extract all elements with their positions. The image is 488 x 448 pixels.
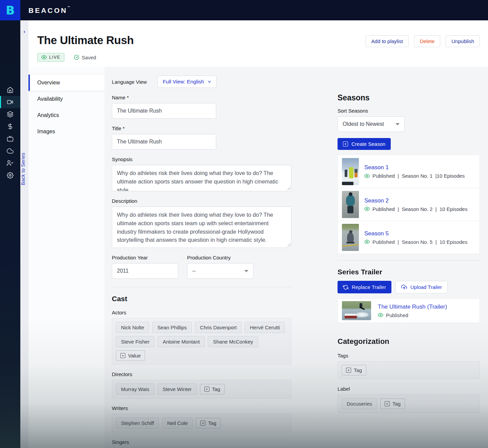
check-circle-icon	[74, 55, 79, 60]
eye-icon	[378, 312, 383, 318]
writers-tag-box: Stephen SchiffNeil Cole Tag	[112, 414, 291, 432]
production-country-label: Production Country	[187, 255, 253, 260]
sidebar-user-admin-icon[interactable]	[0, 157, 20, 169]
actor-tag-chip[interactable]: Antoine Montant	[158, 336, 205, 347]
singers-label: Singers	[112, 439, 291, 445]
content-area: Language View Full View: English Name * …	[104, 67, 488, 448]
trailer-link[interactable]: The Ultimate Rush (Trailer)	[378, 304, 447, 310]
create-season-label: Create Season	[351, 141, 385, 147]
add-writer-chip[interactable]: Tag	[196, 418, 221, 428]
synopsis-textarea[interactable]: Why do athletes risk their lives doing w…	[112, 165, 291, 191]
saved-label: Saved	[82, 55, 96, 60]
add-actor-chip[interactable]: Value	[116, 350, 145, 361]
live-label: LIVE	[49, 55, 60, 60]
writer-tag-chip[interactable]: Neil Cole	[162, 417, 193, 429]
tab-overview[interactable]: Overview	[28, 75, 104, 91]
title-input[interactable]	[112, 134, 216, 150]
add-chip-label: Tag	[392, 401, 401, 407]
season-meta-text: Published | Season No. 2 | 10 Episodes	[372, 206, 467, 212]
name-input[interactable]	[112, 103, 216, 119]
actor-tag-chip[interactable]: Sean Phillips	[152, 322, 192, 333]
replace-trailer-label: Replace Trailer	[352, 284, 386, 290]
back-to-series-link[interactable]: Back to Series	[20, 153, 28, 185]
delete-button[interactable]: Delete	[414, 35, 440, 47]
actor-tag-chip[interactable]: Hervé Cerutti	[245, 322, 285, 333]
eye-icon	[364, 239, 370, 245]
title-label: Title *	[112, 125, 291, 131]
collapse-chevron-icon[interactable]: ‹	[20, 28, 28, 34]
icon-sidebar	[0, 20, 20, 448]
select-arrow-icon	[244, 270, 248, 272]
season-2-link[interactable]: Season 2	[364, 197, 389, 204]
sort-seasons-select[interactable]: Oldest to Newest	[338, 116, 405, 132]
description-textarea[interactable]: Why do athletes risk their lives doing w…	[112, 207, 291, 248]
create-season-button[interactable]: Create Season	[338, 138, 391, 150]
language-view-dropdown[interactable]: Full View: English	[158, 76, 217, 88]
tab-label: Availability	[37, 96, 63, 102]
actor-tag-chip[interactable]: Nick Nolte	[116, 322, 149, 333]
season-1-link[interactable]: Season 1	[364, 164, 389, 171]
writer-tag-chip[interactable]: Stephen Schiff	[116, 417, 159, 429]
categorization-heading: Categorization	[338, 337, 480, 346]
body-wrap: Overview Availability Analytics Images L…	[28, 67, 488, 448]
actors-label: Actors	[112, 310, 291, 315]
chevron-down-icon	[207, 80, 211, 84]
plus-square-icon	[385, 401, 390, 406]
actor-tag-chip[interactable]: Steve Fisher	[116, 336, 155, 347]
sidebar-video-icon[interactable]	[0, 96, 20, 108]
sidebar-settings-icon[interactable]	[0, 169, 20, 181]
synopsis-label: Synopsis	[112, 156, 291, 162]
upload-trailer-button[interactable]: Upload Trailer	[395, 281, 448, 293]
season-card: Season 1 Published | Season No. 1 |10 Ep…	[338, 155, 480, 188]
description-label: Description	[112, 198, 291, 204]
page-header: The Ultimate Rush LIVE Saved Add to play…	[28, 20, 488, 67]
select-arrow-icon	[395, 123, 400, 125]
overview-form: Language View Full View: English Name * …	[112, 67, 291, 448]
trailer-meta-text: Published	[386, 312, 408, 318]
sidebar-home-icon[interactable]	[0, 84, 20, 96]
eye-icon	[364, 173, 370, 179]
unpublish-button[interactable]: Unpublish	[446, 35, 480, 47]
page-title: The Ultimate Rush	[37, 34, 134, 47]
cast-heading: Cast	[112, 295, 291, 303]
add-tag-chip[interactable]: Tag	[342, 365, 366, 375]
label-tag-chip[interactable]: Docuseries	[342, 398, 377, 409]
director-tag-chip[interactable]: Murray Wais	[116, 384, 155, 395]
actor-tag-chip[interactable]: Shane McConkey	[208, 336, 258, 347]
main-area: The Ultimate Rush LIVE Saved Add to play…	[28, 20, 488, 448]
add-chip-label: Tag	[212, 386, 220, 392]
trailer-thumbnail	[342, 301, 371, 320]
sidebar-layers-icon[interactable]	[0, 108, 20, 120]
add-to-playlist-button[interactable]: Add to playlist	[366, 35, 409, 47]
writers-label: Writers	[112, 405, 291, 411]
upload-cloud-icon	[401, 284, 407, 290]
eye-icon	[41, 55, 47, 60]
tab-analytics[interactable]: Analytics	[28, 107, 104, 123]
add-label-chip[interactable]: Tag	[380, 398, 405, 409]
actor-tag-chip[interactable]: Chris Davenport	[195, 322, 242, 333]
series-trailer-heading: Series Trailer	[338, 268, 480, 276]
director-tag-chip[interactable]: Steve Winter	[158, 384, 197, 395]
plus-square-icon	[343, 141, 348, 147]
add-director-chip[interactable]: Tag	[200, 384, 225, 394]
season-1-thumbnail	[342, 158, 359, 185]
production-year-input[interactable]	[112, 263, 178, 279]
season-5-thumbnail	[342, 224, 359, 251]
replace-trailer-button[interactable]: Replace Trailer	[338, 281, 391, 293]
sidebar-cloud-icon[interactable]	[0, 145, 20, 157]
tab-label: Analytics	[37, 112, 59, 118]
top-navbar: B BEACON™	[0, 0, 488, 20]
language-view-value: Full View: English	[163, 79, 204, 85]
season-5-link[interactable]: Season 5	[364, 230, 389, 237]
beacon-logo[interactable]: B	[0, 0, 20, 20]
language-view-label: Language View	[112, 79, 147, 85]
trailer-meta: Published	[378, 312, 447, 318]
sidebar-tv-icon[interactable]	[0, 133, 20, 145]
section-divider	[112, 287, 291, 287]
sidebar-dollar-icon[interactable]	[0, 120, 20, 133]
production-country-select[interactable]: --	[187, 263, 253, 279]
tab-images[interactable]: Images	[28, 123, 104, 140]
plus-square-icon	[204, 387, 209, 392]
tab-availability[interactable]: Availability	[28, 91, 104, 107]
season-meta: Published | Season No. 5 | 10 Episodes	[364, 239, 467, 245]
